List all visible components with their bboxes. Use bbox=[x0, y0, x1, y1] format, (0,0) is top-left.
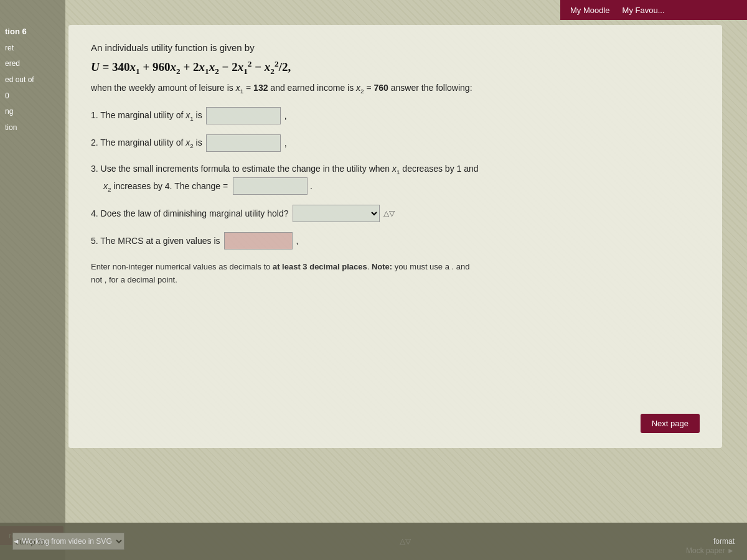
utility-formula: U = 340x1 + 960x2 + 2x1x2 − 2x12 − x22/2… bbox=[91, 59, 700, 77]
my-favourites-link[interactable]: My Favou... bbox=[622, 6, 665, 15]
q2-input[interactable] bbox=[206, 134, 281, 152]
sidebar-item-ret: ret bbox=[0, 42, 65, 55]
question-2: 2. The marginal utility of x2 is , bbox=[91, 134, 700, 152]
main-content: An individuals utility function is given… bbox=[68, 25, 722, 448]
q3-input[interactable] bbox=[233, 177, 308, 195]
sidebar: tion 6 ret ered ed out of 0 ng tion bbox=[0, 0, 65, 560]
question-1: 1. The marginal utility of x1 is , bbox=[91, 107, 700, 124]
q4-select[interactable]: Yes No bbox=[293, 205, 380, 222]
q5-label: 5. The MRCS at a given values is bbox=[91, 236, 220, 246]
video-link[interactable]: ◄ Working from video in SVG format bbox=[0, 523, 747, 560]
sidebar-item-zero: 0 bbox=[0, 90, 65, 103]
q3-period: . bbox=[310, 181, 312, 191]
question-4: 4. Does the law of diminishing marginal … bbox=[91, 205, 700, 222]
top-bar: My Moodle My Favou... bbox=[560, 0, 747, 20]
q5-input[interactable] bbox=[224, 232, 293, 250]
q4-arrows: △▽ bbox=[383, 209, 395, 218]
q1-comma: , bbox=[284, 111, 287, 121]
sidebar-item-edoutof: ed out of bbox=[0, 73, 65, 87]
question-5: 5. The MRCS at a given values is , bbox=[91, 232, 700, 250]
sidebar-item-question: tion 6 bbox=[0, 25, 65, 39]
sidebar-item-ng: ng bbox=[0, 105, 65, 119]
next-page-button[interactable]: Next page bbox=[641, 414, 700, 433]
note-text: Enter non-integer numerical values as de… bbox=[91, 261, 700, 287]
q2-comma: , bbox=[284, 138, 287, 148]
q3b-label: x2 increases by 4. The change = bbox=[103, 181, 228, 191]
question-3: 3. Use the small increments formula to e… bbox=[91, 162, 700, 195]
question-intro: An individuals utility function is given… bbox=[91, 42, 700, 53]
my-moodle-link[interactable]: My Moodle bbox=[570, 6, 610, 15]
video-link-line1: ◄ Working from video in SVG bbox=[12, 537, 112, 546]
q1-label: 1. The marginal utility of x1 is bbox=[91, 110, 202, 122]
q3-label: 3. Use the small increments formula to e… bbox=[91, 164, 479, 174]
q5-comma: , bbox=[296, 236, 299, 246]
q4-label: 4. Does the law of diminishing marginal … bbox=[91, 208, 289, 218]
sidebar-item-tion: tion bbox=[0, 121, 65, 135]
video-link-line2: format bbox=[713, 537, 735, 546]
bottom-bar: ◄ Working from video in SVG format Jump … bbox=[0, 523, 747, 560]
q1-input[interactable] bbox=[206, 107, 281, 124]
q2-label: 2. The marginal utility of x2 is bbox=[91, 138, 202, 149]
sidebar-item-ered: ered bbox=[0, 57, 65, 71]
condition-text: when the weekly amount of leisure is x1 … bbox=[91, 83, 700, 95]
